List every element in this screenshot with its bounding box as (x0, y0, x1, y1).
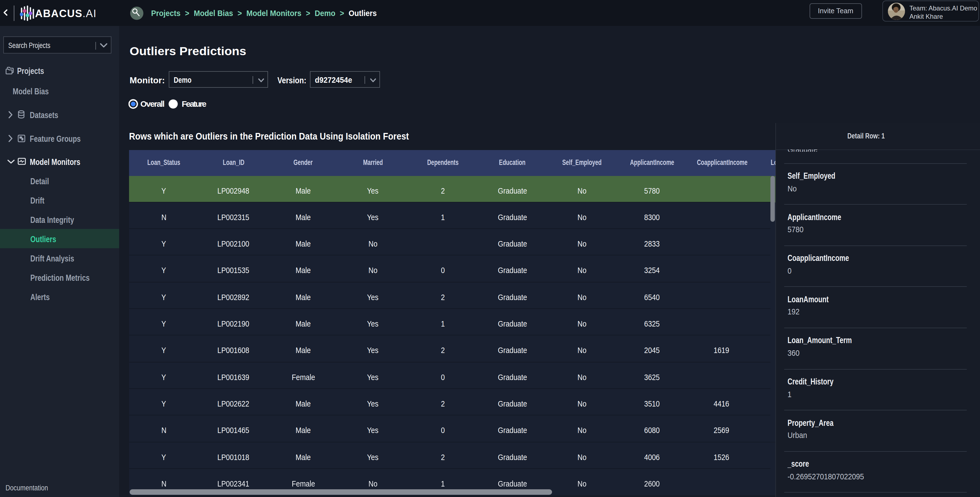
svg-text:Feature: Feature (182, 99, 207, 108)
svg-text:Overall: Overall (140, 99, 165, 108)
